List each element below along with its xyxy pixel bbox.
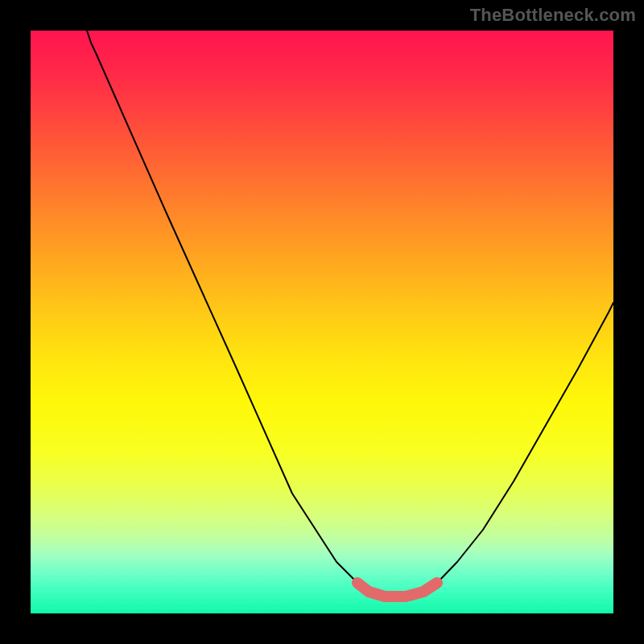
- highlight-segment: [357, 583, 437, 597]
- curves-svg: [31, 31, 613, 613]
- watermark-text: TheBottleneck.com: [470, 5, 636, 26]
- plot-area: [31, 31, 613, 613]
- chart-frame: TheBottleneck.com: [0, 0, 644, 644]
- bottleneck-curve: [87, 31, 613, 597]
